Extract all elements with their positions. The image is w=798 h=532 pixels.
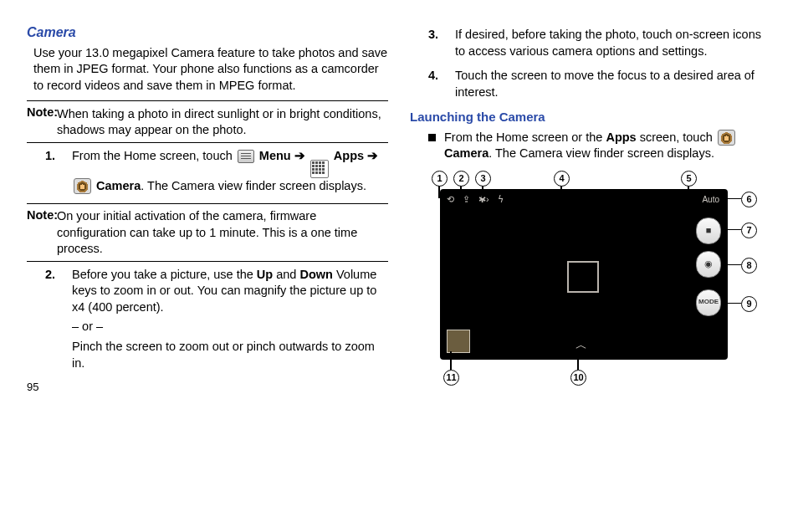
step-3: 3. If desired, before taking the photo, … [410,27,771,59]
arrow-icon: ➔ [367,149,378,162]
callout-lead [450,351,452,370]
bullet-body: From the Home screen or the Apps screen,… [444,130,771,162]
step-4: 4. Touch the screen to move the focus to… [410,68,771,100]
callout-5: 5 [681,171,697,187]
step-1: 1. From the Home screen, touch Menu ➔ Ap… [27,148,388,195]
or-text: – or – [72,319,388,335]
camera-label: Camera [444,146,489,160]
arrow-icon: ➔ [294,149,305,162]
step-body: Before you take a picture, use the Up an… [72,267,388,371]
auto-mode-label: Auto [702,194,719,206]
camera-icon [74,178,91,194]
note-label: Note: [27,208,58,222]
text: . The Camera view finder screen displays… [141,179,366,192]
text: From the Home screen, touch [72,149,236,162]
callout-lead [728,264,741,266]
note-firmware: Note: On your initial activation of the … [27,207,388,258]
callout-lead [560,185,562,258]
shutter-button: ◉ [696,251,721,278]
page-columns: Camera Use your 13.0 megapixel Camera fe… [27,23,771,395]
mode-button: MODE [696,289,721,316]
share-icon: ⇪ [463,193,470,206]
step-body: From the Home screen, touch Menu ➔ Apps … [72,148,388,195]
callout-lead [438,185,440,198]
note-text: On your initial activation of the camera… [57,208,388,258]
steps-list: 3. If desired, before taking the photo, … [410,27,771,100]
up-label: Up [257,268,273,281]
steps-list: 2. Before you take a picture, use the Up… [27,267,388,371]
camera-viewfinder: ⟲ ⇪ ✱› ϟ Auto ︿ ■ ◉ MODE [440,189,728,360]
intro-paragraph: Use your 13.0 megapixel Camera feature t… [33,45,388,95]
menu-label: Menu [259,149,294,162]
note-sunlight: Note: When taking a photo in direct sunl… [27,105,388,139]
text: screen, touch [637,130,716,144]
text: Pinch the screen to zoom out or pinch ou… [72,339,388,371]
steps-list: 1. From the Home screen, touch Menu ➔ Ap… [27,148,388,195]
text: Before you take a picture, use the [72,268,257,281]
flash-icon: ϟ [498,193,504,206]
step-number: 2. [45,267,72,371]
subsection-title-launching: Launching the Camera [410,109,771,125]
text: From the Home screen or the [444,130,606,144]
callout-11: 11 [443,370,459,386]
text: and [273,268,299,281]
callout-10: 10 [570,370,586,386]
divider [27,100,388,101]
callout-3: 3 [475,171,491,187]
callout-2: 2 [453,171,469,187]
section-title-camera: Camera [27,23,388,42]
gallery-thumbnail [447,330,470,353]
camera-topbar: ⟲ ⇪ ✱› ϟ [440,189,728,211]
bullet-icon [428,134,436,141]
text: . The Camera view finder screen displays… [489,146,714,160]
left-column: Camera Use your 13.0 megapixel Camera fe… [27,23,388,395]
callout-7: 7 [741,223,757,238]
note-label: Note: [27,105,58,119]
record-video-button: ■ [696,217,721,244]
callout-lead [728,229,741,231]
step-body: Touch the screen to move the focus to a … [455,68,771,100]
step-body: If desired, before taking the photo, tou… [455,27,771,59]
callout-lead [577,351,579,370]
callout-1: 1 [432,171,448,187]
callout-lead [728,303,741,304]
camera-icon [718,130,735,146]
callout-lead [482,185,483,198]
divider [27,261,388,262]
camera-diagram: 1 2 3 4 5 6 7 8 9 11 10 [430,171,765,388]
apps-label: Apps [606,130,636,144]
callout-4: 4 [554,171,570,187]
down-label: Down [299,268,332,281]
switch-camera-icon: ⟲ [447,193,454,206]
right-column: 3. If desired, before taking the photo, … [410,23,771,395]
callout-8: 8 [741,258,757,274]
apps-icon [310,160,329,178]
bullet-item: From the Home screen or the Apps screen,… [410,130,771,162]
divider [27,203,388,204]
note-text: When taking a photo in direct sunlight o… [57,106,388,139]
settings-icon: ✱› [478,193,489,206]
callout-6: 6 [741,192,757,207]
step-number: 1. [45,148,72,195]
step-2: 2. Before you take a picture, use the Up… [27,267,388,371]
callout-9: 9 [741,296,757,312]
focus-indicator [567,261,599,293]
apps-label: Apps [334,149,367,162]
page-number: 95 [27,380,388,395]
divider [27,142,388,143]
callout-lead [728,198,741,200]
step-number: 3. [428,27,455,59]
camera-label: Camera [96,179,141,192]
callout-lead [460,185,462,198]
menu-icon [238,150,254,163]
step-number: 4. [428,68,455,100]
